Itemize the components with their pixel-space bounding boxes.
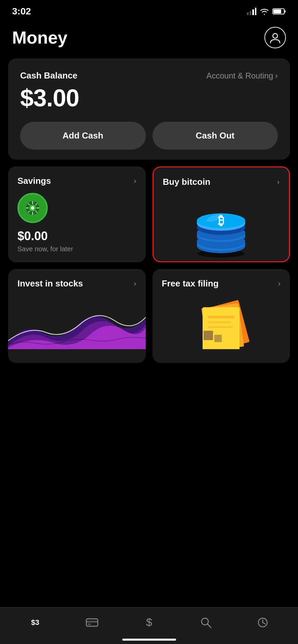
signal-icon (247, 8, 256, 15)
search-icon (200, 617, 212, 628)
bitcoin-stack-svg: ₿ (187, 194, 255, 258)
nav-cash[interactable]: $ (121, 616, 177, 629)
battery-icon (272, 8, 286, 15)
stocks-title: Invest in stocks (17, 278, 83, 289)
tax-docs-svg (187, 297, 255, 349)
svg-rect-42 (86, 621, 98, 623)
nav-search[interactable] (177, 617, 234, 628)
status-icons (247, 8, 286, 15)
stocks-tile-header: Invest in stocks › (17, 278, 136, 289)
nav-balance-label: $3 (31, 618, 39, 627)
bitcoin-tile[interactable]: Buy bitcoin › (153, 166, 290, 262)
wifi-icon (260, 8, 269, 15)
svg-rect-43 (88, 624, 91, 625)
invest-chart (8, 296, 146, 349)
stocks-tile[interactable]: Invest in stocks › (8, 269, 146, 363)
account-routing-link[interactable]: Account & Routing › (206, 71, 278, 80)
svg-rect-3 (255, 8, 256, 15)
home-indicator (122, 639, 176, 641)
svg-point-10 (31, 206, 34, 210)
svg-rect-0 (247, 12, 249, 15)
savings-amount: $0.00 (17, 229, 136, 243)
tax-title: Free tax filing (162, 278, 219, 289)
svg-point-45 (202, 618, 208, 625)
bitcoin-visual: ₿ (163, 194, 280, 258)
svg-line-49 (263, 623, 265, 624)
nav-card[interactable] (63, 618, 120, 628)
tax-tile-header: Free tax filing › (162, 278, 281, 289)
stocks-chevron: › (134, 279, 136, 288)
main-content: Cash Balance Account & Routing › $3.00 A… (0, 58, 298, 363)
savings-subtitle: Save now, for later (17, 245, 136, 262)
svg-rect-38 (208, 326, 233, 328)
card-header-row: Cash Balance Account & Routing › (20, 70, 278, 81)
card-icon (86, 618, 98, 628)
bitcoin-tile-header: Buy bitcoin › (163, 177, 280, 187)
savings-title: Savings (17, 176, 51, 186)
svg-rect-37 (208, 321, 231, 323)
svg-rect-39 (204, 331, 213, 340)
svg-line-46 (208, 624, 211, 628)
tax-chevron: › (278, 279, 281, 288)
profile-icon (269, 32, 281, 44)
savings-tile-header: Savings › (17, 176, 136, 186)
svg-rect-35 (203, 307, 240, 349)
account-routing-text: Account & Routing (206, 71, 273, 80)
svg-rect-5 (284, 10, 286, 12)
clock-icon (257, 617, 268, 628)
svg-point-7 (273, 34, 278, 38)
dollar-sign-icon: $ (144, 616, 154, 629)
savings-tile[interactable]: Savings › $0.00 (8, 166, 146, 262)
bitcoin-title: Buy bitcoin (163, 177, 211, 187)
status-time: 3:02 (12, 6, 31, 17)
balance-amount: $3.00 (20, 84, 278, 112)
svg-rect-40 (214, 335, 222, 342)
nav-home[interactable]: $3 (7, 618, 63, 627)
add-cash-button[interactable]: Add Cash (20, 122, 146, 150)
tax-visual (162, 296, 281, 349)
header: Money (0, 20, 298, 58)
account-routing-chevron: › (275, 71, 278, 80)
profile-button[interactable] (264, 27, 286, 48)
cash-balance-card: Cash Balance Account & Routing › $3.00 A… (8, 58, 290, 160)
svg-rect-6 (273, 9, 281, 13)
page-title: Money (12, 28, 68, 48)
savings-wheel-icon (24, 199, 41, 217)
svg-text:$: $ (146, 616, 152, 628)
tiles-grid: Savings › $0.00 (8, 166, 290, 363)
bitcoin-chevron: › (277, 178, 280, 186)
cash-out-button[interactable]: Cash Out (153, 122, 278, 150)
savings-chevron: › (134, 177, 136, 185)
tax-tile[interactable]: Free tax filing › (153, 269, 290, 363)
svg-rect-2 (252, 9, 254, 15)
status-bar: 3:02 (0, 0, 298, 20)
svg-rect-36 (208, 316, 235, 318)
savings-icon (17, 193, 48, 223)
svg-rect-1 (250, 11, 251, 15)
nav-history[interactable] (235, 617, 291, 628)
cash-balance-label: Cash Balance (20, 70, 78, 81)
card-buttons-row: Add Cash Cash Out (20, 122, 278, 150)
